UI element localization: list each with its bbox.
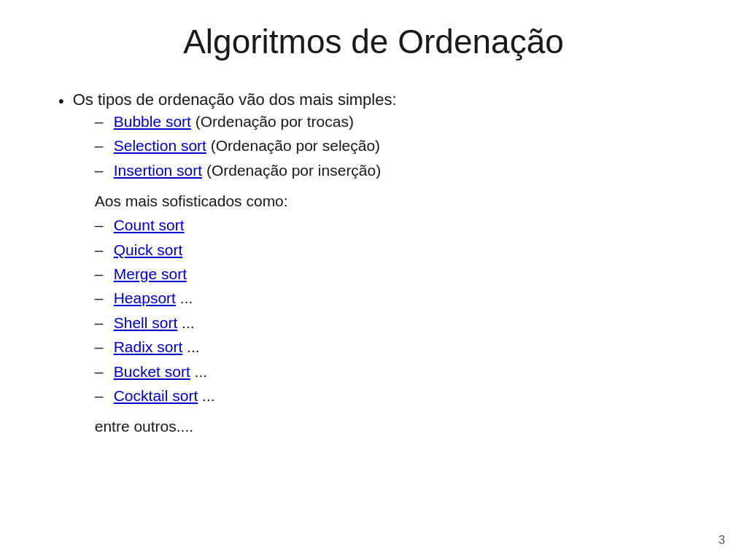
- dash-icon: –: [95, 111, 107, 132]
- radix-sort-suffix: ...: [187, 338, 200, 355]
- list-item: – Insertion sort (Ordenação por inserção…: [95, 160, 397, 181]
- list-item: – Quick sort: [95, 239, 397, 260]
- dash-icon: –: [95, 336, 107, 357]
- dash-icon: –: [95, 135, 107, 156]
- content-area: • Os tipos de ordenação vão dos mais sim…: [44, 90, 703, 538]
- list-item: – Cocktail sort ...: [95, 385, 397, 406]
- count-sort-link[interactable]: Count sort: [114, 217, 185, 233]
- selection-sort-desc: (Ordenação por seleção): [211, 137, 380, 154]
- insertion-sort-desc: (Ordenação por inserção): [206, 162, 381, 179]
- dash-icon: –: [95, 160, 107, 181]
- selection-sort-link[interactable]: Selection sort: [114, 137, 206, 154]
- list-item: – Bucket sort ...: [95, 361, 397, 382]
- page-number: 3: [719, 534, 725, 547]
- shell-sort-suffix: ...: [182, 314, 195, 331]
- list-item: – Count sort: [95, 214, 397, 236]
- insertion-sort-link[interactable]: Insertion sort: [114, 162, 202, 179]
- dash-icon: –: [95, 263, 107, 284]
- dash-icon: –: [95, 385, 107, 406]
- main-bullet-text: Os tipos de ordenação vão dos mais simpl…: [73, 90, 397, 109]
- heapsort-item: Heapsort ...: [114, 287, 193, 308]
- slide: Algoritmos de Ordenação • Os tipos de or…: [0, 0, 747, 560]
- cocktail-sort-item: Cocktail sort ...: [114, 385, 215, 406]
- dash-icon: –: [95, 287, 107, 308]
- bucket-sort-suffix: ...: [195, 363, 208, 380]
- dash-icon: –: [95, 361, 107, 382]
- shell-sort-link[interactable]: Shell sort: [114, 314, 178, 331]
- bubble-sort-link[interactable]: Bubble sort: [114, 113, 191, 130]
- list-item: – Shell sort ...: [95, 312, 397, 333]
- cocktail-sort-suffix: ...: [202, 387, 215, 404]
- dash-icon: –: [95, 239, 107, 260]
- cocktail-sort-link[interactable]: Cocktail sort: [114, 387, 198, 404]
- simple-sorts-list: – Bubble sort (Ordenação por trocas) – S…: [95, 111, 397, 181]
- radix-sort-link[interactable]: Radix sort: [114, 338, 183, 355]
- bullet-dot: •: [58, 92, 64, 111]
- heapsort-link[interactable]: Heapsort: [114, 289, 176, 306]
- bubble-sort-item: Bubble sort (Ordenação por trocas): [114, 111, 354, 132]
- list-item: – Bubble sort (Ordenação por trocas): [95, 111, 397, 132]
- heapsort-suffix: ...: [180, 289, 193, 306]
- slide-title: Algoritmos de Ordenação: [44, 22, 703, 69]
- list-item: – Selection sort (Ordenação por seleção): [95, 135, 397, 156]
- count-sort-item: Count sort: [114, 214, 185, 236]
- radix-sort-item: Radix sort ...: [114, 336, 200, 357]
- main-bullet: • Os tipos de ordenação vão dos mais sim…: [58, 90, 703, 440]
- merge-sort-link[interactable]: Merge sort: [114, 265, 187, 282]
- bucket-sort-item: Bucket sort ...: [114, 361, 207, 382]
- list-item: – Merge sort: [95, 263, 397, 284]
- advanced-sorts-list: – Count sort – Quick sort –: [95, 214, 397, 406]
- list-item: – Heapsort ...: [95, 287, 397, 308]
- bucket-sort-link[interactable]: Bucket sort: [114, 363, 190, 380]
- dash-icon: –: [95, 214, 107, 236]
- merge-sort-item: Merge sort: [114, 263, 187, 284]
- shell-sort-item: Shell sort ...: [114, 312, 195, 333]
- insertion-sort-item: Insertion sort (Ordenação por inserção): [114, 160, 382, 181]
- bubble-sort-desc: (Ordenação por trocas): [196, 113, 354, 130]
- advanced-intro: Aos mais sofisticados como:: [95, 192, 397, 210]
- quick-sort-link[interactable]: Quick sort: [114, 241, 183, 258]
- footer-text: entre outros....: [95, 418, 397, 435]
- quick-sort-item: Quick sort: [114, 239, 183, 260]
- main-bullet-content: Os tipos de ordenação vão dos mais simpl…: [73, 90, 397, 440]
- list-item: – Radix sort ...: [95, 336, 397, 357]
- dash-icon: –: [95, 312, 107, 333]
- selection-sort-item: Selection sort (Ordenação por seleção): [114, 135, 380, 156]
